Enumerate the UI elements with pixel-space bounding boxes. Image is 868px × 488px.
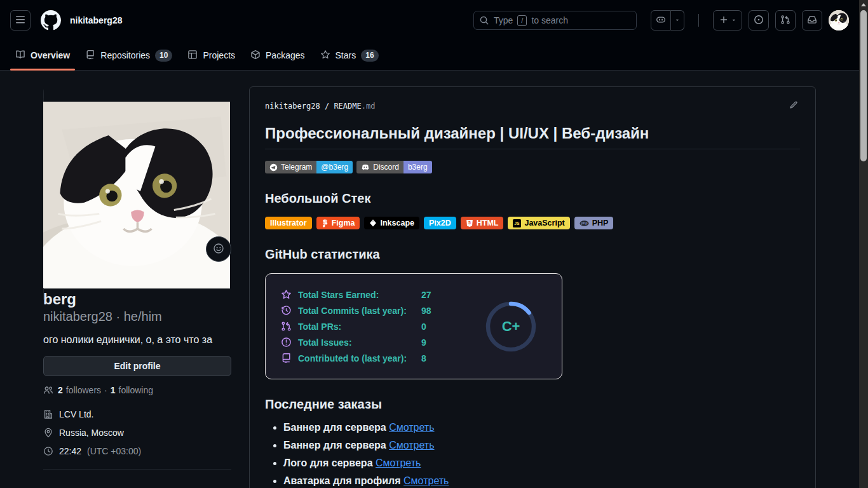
order-view-link[interactable]: Смотреть (389, 440, 434, 451)
create-new-button[interactable] (713, 10, 742, 30)
tab-label: Repositories (100, 50, 150, 60)
breadcrumb-repo[interactable]: nikitaberg28 (265, 102, 320, 111)
badge-javascript: JS JavaScript (508, 217, 569, 229)
scroll-up-arrow-icon[interactable] (861, 3, 866, 6)
tab-overview[interactable]: Overview (10, 41, 75, 70)
location-text: Russia, Moscow (59, 428, 124, 438)
stat-value: 0 (421, 322, 426, 332)
git-pull-request-icon (780, 15, 790, 27)
social-badges: Telegram @b3erg Discord b3erg (265, 161, 800, 173)
followers-line[interactable]: 2 followers · 1 following (43, 385, 231, 395)
stat-row-contributed: Contributed to (last year): 8 (281, 353, 431, 363)
svg-text:5: 5 (468, 220, 471, 225)
badge-php: php PHP (574, 217, 614, 229)
search-placeholder-suffix: to search (531, 15, 568, 25)
profile-bio: ого нолики единички, о, а это что за (43, 334, 231, 346)
php-icon: php (580, 220, 589, 227)
edit-readme-button[interactable] (787, 98, 800, 113)
slash-keycap: / (517, 15, 527, 26)
stat-value: 27 (421, 290, 431, 300)
tab-counter: 16 (361, 50, 378, 62)
telegram-badge[interactable]: Telegram @b3erg (265, 161, 353, 173)
badge-pix2d: Pix2D (424, 217, 456, 229)
git-pull-request-icon (281, 321, 298, 332)
profile-login-pronouns: nikitaberg28 · he/him (43, 309, 231, 324)
header-username[interactable]: nikitaberg28 (70, 15, 122, 25)
badge-figma: Figma (316, 217, 360, 229)
search-input[interactable]: Type / to search (473, 11, 637, 30)
stat-label: Contributed to (last year): (298, 353, 421, 363)
profile-avatar[interactable] (43, 90, 231, 300)
tab-label: Projects (203, 50, 235, 60)
stat-label: Total PRs: (298, 322, 421, 332)
scrollbar-thumb[interactable] (860, 10, 867, 161)
readme-card: nikitaberg28 / README.md Профессиональны… (249, 86, 816, 488)
copilot-button[interactable] (651, 10, 671, 30)
order-text: Баннер для сервера (283, 422, 386, 433)
edit-profile-button[interactable]: Edit profile (43, 356, 231, 376)
badge-left-label: Discord (373, 163, 399, 172)
star-icon (320, 50, 330, 62)
order-text: Лого для сервера (283, 458, 373, 468)
github-logo[interactable] (41, 10, 61, 30)
order-item: Аватарка для профиля Смотреть (283, 475, 800, 487)
chevron-down-icon (731, 16, 737, 25)
badge-inkscape: Inkscape (364, 217, 419, 229)
time-text: 22:42 (59, 446, 81, 456)
tab-label: Packages (266, 50, 304, 60)
issues-button[interactable] (749, 10, 769, 30)
profile-tabnav: Overview Repositories 10 Projects Packag… (0, 41, 859, 71)
hamburger-menu-button[interactable] (10, 10, 31, 30)
set-status-button[interactable] (206, 236, 231, 262)
inbox-button[interactable] (802, 10, 822, 30)
people-icon (43, 385, 55, 395)
tab-repositories[interactable]: Repositories 10 (80, 41, 177, 70)
badge-illustrator: Illustrator (265, 217, 312, 229)
table-icon (187, 50, 198, 62)
discord-icon (361, 163, 370, 172)
order-view-link[interactable]: Смотреть (389, 422, 434, 433)
orders-heading: Последние заказы (265, 397, 800, 412)
clock-icon (43, 446, 53, 456)
badge-left-label: Telegram (281, 163, 312, 172)
order-text: Баннер для сервера (283, 440, 386, 451)
html5-icon: 5 (466, 219, 473, 227)
content-layout: berg nikitaberg28 · he/him ого нолики ед… (43, 71, 816, 488)
breadcrumb-file[interactable]: README (334, 102, 361, 111)
pull-requests-button[interactable] (775, 10, 796, 30)
order-item: Лого для сервера Смотреть (283, 458, 800, 469)
tab-packages[interactable]: Packages (245, 41, 309, 70)
book-icon (15, 50, 25, 62)
breadcrumb-extension: .md (362, 102, 376, 111)
discord-badge[interactable]: Discord b3erg (356, 161, 431, 173)
stat-row-issues: Total Issues: 9 (281, 337, 431, 348)
search-icon (479, 15, 489, 25)
order-text: Аватарка для профиля (283, 475, 401, 486)
stats-heading: GitHub статистика (265, 247, 800, 262)
followers-count: 2 (58, 385, 63, 395)
header-actions (713, 10, 849, 30)
avatar-wrap (43, 90, 231, 278)
order-view-link[interactable]: Смотреть (403, 475, 449, 486)
timezone-text: (UTC +03:00) (87, 446, 141, 456)
tab-label: Stars (336, 50, 356, 60)
stack-badges: Illustrator Figma Inkscape Pix2D 5 HTML … (265, 217, 800, 229)
star-icon (281, 289, 298, 300)
stat-row-commits: Total Commits (last year): 98 (281, 305, 431, 316)
svg-text:JS: JS (515, 221, 520, 226)
page-scrollbar[interactable] (859, 0, 868, 488)
order-view-link[interactable]: Смотреть (376, 458, 421, 468)
company-text: LCV Ltd. (59, 409, 93, 419)
location-row: Russia, Moscow (43, 428, 231, 438)
profile-display-name: berg (43, 290, 231, 309)
repo-icon (281, 353, 298, 363)
badge-html: 5 HTML (461, 217, 504, 229)
copilot-icon (656, 15, 666, 27)
tab-stars[interactable]: Stars 16 (315, 41, 384, 70)
plus-icon (719, 15, 729, 27)
user-avatar[interactable] (829, 10, 849, 30)
tab-projects[interactable]: Projects (182, 41, 240, 70)
orders-list: Баннер для сервера Смотреть Баннер для с… (265, 422, 800, 487)
breadcrumb-separator: / (320, 102, 334, 111)
copilot-dropdown-button[interactable] (671, 10, 684, 30)
